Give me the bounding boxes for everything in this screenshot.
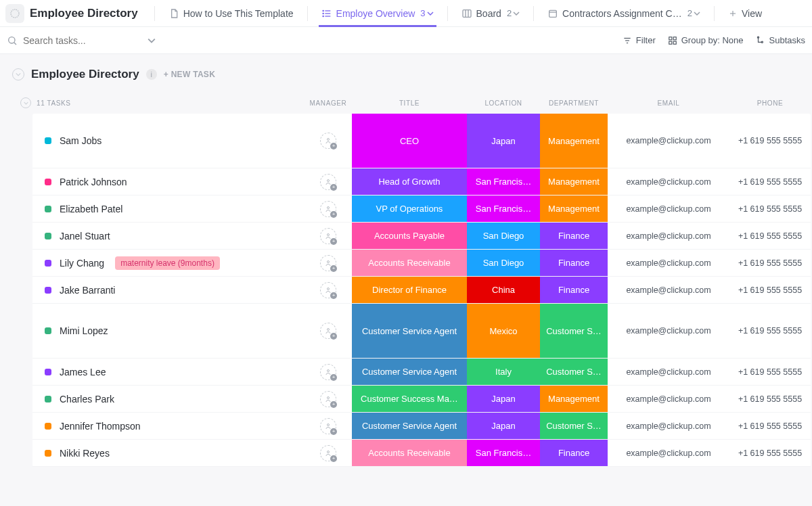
collapse-toggle[interactable]	[12, 68, 24, 80]
cell-title[interactable]: Customer Service Agent	[352, 304, 467, 358]
cell-email[interactable]: example@clickup.com	[608, 196, 729, 222]
cell-location[interactable]: Japan	[467, 114, 540, 168]
cell-manager[interactable]	[304, 386, 352, 412]
table-row[interactable]: Nikki Reyes Accounts Receivable San Fran…	[32, 440, 811, 467]
cell-department[interactable]: Management	[540, 386, 608, 412]
tab-board[interactable]: Board 2	[455, 0, 527, 27]
cell-title[interactable]: Customer Service Agent	[352, 413, 467, 439]
cell-name[interactable]: Jennifer Thompson	[32, 413, 304, 439]
cell-title[interactable]: Accounts Receivable	[352, 440, 467, 466]
cell-department[interactable]: Management	[540, 196, 608, 222]
cell-email[interactable]: example@clickup.com	[608, 114, 729, 168]
table-row[interactable]: Jake Barranti Director of Finance China …	[32, 277, 811, 304]
col-manager[interactable]: MANAGER	[304, 99, 352, 107]
cell-email[interactable]: example@clickup.com	[608, 250, 729, 276]
col-phone[interactable]: PHONE	[729, 99, 811, 107]
col-email[interactable]: EMAIL	[608, 99, 729, 107]
tab-how-to-use[interactable]: How to Use This Template	[162, 0, 300, 27]
cell-department[interactable]: Management	[540, 168, 608, 195]
cell-location[interactable]: Italy	[467, 359, 540, 385]
cell-location[interactable]: San Diego	[467, 250, 540, 276]
cell-email[interactable]: example@clickup.com	[608, 413, 729, 439]
cell-email[interactable]: example@clickup.com	[608, 304, 729, 358]
cell-email[interactable]: example@clickup.com	[608, 223, 729, 249]
cell-manager[interactable]	[304, 304, 352, 358]
table-row[interactable]: Lily Chang maternity leave (9months) Acc…	[32, 250, 811, 277]
assign-manager-icon[interactable]	[320, 445, 336, 461]
add-view-button[interactable]: View	[721, 8, 769, 19]
cell-department[interactable]: Finance	[540, 440, 608, 466]
col-location[interactable]: LOCATION	[467, 99, 540, 107]
cell-manager[interactable]	[304, 413, 352, 439]
cell-manager[interactable]	[304, 359, 352, 385]
cell-location[interactable]: Japan	[467, 413, 540, 439]
tab-employee-overview[interactable]: Employe Overview 3	[315, 0, 441, 27]
col-department[interactable]: DEPARTMENT	[540, 99, 608, 107]
search-input[interactable]	[23, 35, 142, 46]
cell-title[interactable]: CEO	[352, 114, 467, 168]
table-row[interactable]: Mimi Lopez Customer Service Agent Mexico…	[32, 304, 811, 359]
cell-department[interactable]: Customer S…	[540, 304, 608, 358]
table-row[interactable]: Janel Stuart Accounts Payable San Diego …	[32, 223, 811, 250]
groupby-button[interactable]: Group by: None	[668, 35, 744, 45]
assign-manager-icon[interactable]	[320, 255, 336, 271]
cell-phone[interactable]: +1 619 555 5555	[729, 196, 811, 222]
assign-manager-icon[interactable]	[320, 174, 336, 190]
cell-phone[interactable]: +1 619 555 5555	[729, 304, 811, 358]
cell-department[interactable]: Customer S…	[540, 413, 608, 439]
cell-title[interactable]: Accounts Payable	[352, 223, 467, 249]
cell-name[interactable]: Charles Park	[32, 386, 304, 412]
tab-contractors[interactable]: Contractors Assignment C… 2	[541, 0, 707, 27]
cell-phone[interactable]: +1 619 555 5555	[729, 413, 811, 439]
assign-manager-icon[interactable]	[320, 201, 336, 217]
cell-department[interactable]: Management	[540, 114, 608, 168]
cell-email[interactable]: example@clickup.com	[608, 359, 729, 385]
cell-title[interactable]: Customer Success Ma…	[352, 386, 467, 412]
cell-location[interactable]: San Francis…	[467, 440, 540, 466]
cell-manager[interactable]	[304, 196, 352, 222]
cell-name[interactable]: James Lee	[32, 359, 304, 385]
cell-location[interactable]: San Francis…	[467, 168, 540, 195]
cell-email[interactable]: example@clickup.com	[608, 168, 729, 195]
cell-phone[interactable]: +1 619 555 5555	[729, 386, 811, 412]
subtasks-button[interactable]: Subtasks	[756, 35, 805, 45]
cell-phone[interactable]: +1 619 555 5555	[729, 223, 811, 249]
cell-name[interactable]: Nikki Reyes	[32, 440, 304, 466]
filter-button[interactable]: Filter	[623, 35, 656, 45]
cell-name[interactable]: Jake Barranti	[32, 277, 304, 303]
cell-department[interactable]: Finance	[540, 277, 608, 303]
cell-phone[interactable]: +1 619 555 5555	[729, 277, 811, 303]
cell-location[interactable]: China	[467, 277, 540, 303]
cell-phone[interactable]: +1 619 555 5555	[729, 359, 811, 385]
assign-manager-icon[interactable]	[320, 418, 336, 434]
table-row[interactable]: Charles Park Customer Success Ma… Japan …	[32, 386, 811, 413]
cell-title[interactable]: Accounts Receivable	[352, 250, 467, 276]
cell-department[interactable]: Finance	[540, 223, 608, 249]
table-row[interactable]: Patrick Johnson Head of Growth San Franc…	[32, 168, 811, 196]
cell-manager[interactable]	[304, 223, 352, 249]
col-title[interactable]: TITLE	[352, 99, 467, 107]
cell-location[interactable]: San Francis…	[467, 196, 540, 222]
cell-location[interactable]: Mexico	[467, 304, 540, 358]
assign-manager-icon[interactable]	[320, 323, 336, 339]
cell-email[interactable]: example@clickup.com	[608, 386, 729, 412]
assign-manager-icon[interactable]	[320, 282, 336, 298]
table-row[interactable]: Elizabeth Patel VP of Operations San Fra…	[32, 196, 811, 223]
cell-manager[interactable]	[304, 250, 352, 276]
cell-phone[interactable]: +1 619 555 5555	[729, 168, 811, 195]
cell-name[interactable]: Sam Jobs	[32, 114, 304, 168]
search-wrap[interactable]	[7, 35, 156, 46]
cell-name[interactable]: Patrick Johnson	[32, 168, 304, 195]
cell-phone[interactable]: +1 619 555 5555	[729, 250, 811, 276]
cell-manager[interactable]	[304, 114, 352, 168]
cell-phone[interactable]: +1 619 555 5555	[729, 114, 811, 168]
cell-department[interactable]: Customer S…	[540, 359, 608, 385]
assign-manager-icon[interactable]	[320, 364, 336, 380]
cell-name[interactable]: Janel Stuart	[32, 223, 304, 249]
table-row[interactable]: James Lee Customer Service Agent Italy C…	[32, 359, 811, 386]
info-icon[interactable]: i	[146, 69, 157, 80]
cell-title[interactable]: VP of Operations	[352, 196, 467, 222]
assign-manager-icon[interactable]	[320, 391, 336, 407]
cell-manager[interactable]	[304, 277, 352, 303]
cell-title[interactable]: Customer Service Agent	[352, 359, 467, 385]
